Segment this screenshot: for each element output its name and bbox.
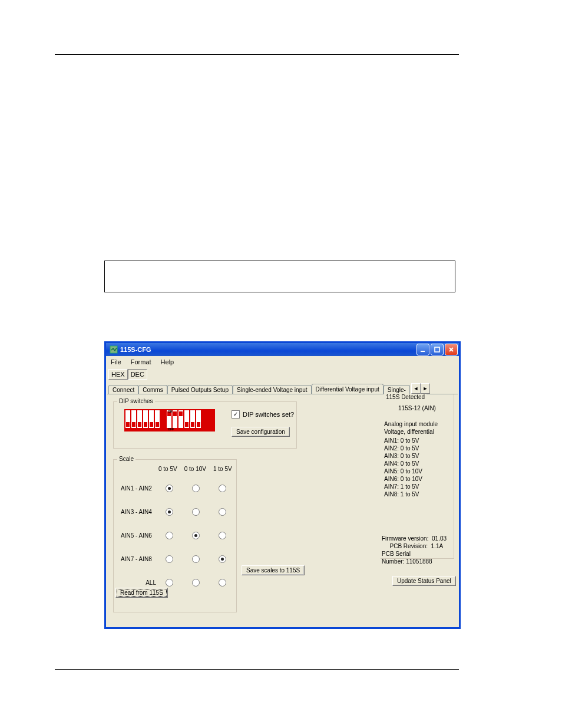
- dip-switches-set-checkbox[interactable]: ✓ DIP switches set?: [232, 410, 294, 419]
- svg-rect-2: [435, 347, 439, 352]
- dip-check-label: DIP switches set?: [243, 411, 294, 418]
- read-from-115s-button[interactable]: Read from 115S: [115, 588, 168, 598]
- dip-off-label: OFF: [168, 427, 174, 431]
- maximize-button[interactable]: [431, 344, 444, 355]
- app-icon: [110, 345, 118, 354]
- update-status-panel-button[interactable]: Update Status Panel: [392, 576, 456, 586]
- save-scales-button[interactable]: Save scales to 115S: [242, 565, 305, 575]
- scale-row-label: AIN5 - AIN6: [121, 532, 161, 539]
- menu-help[interactable]: Help: [158, 358, 177, 365]
- scale-radio[interactable]: [192, 579, 200, 587]
- minimize-button[interactable]: [416, 344, 429, 355]
- window-title: 115S-CFG: [120, 346, 151, 353]
- scale-radio[interactable]: [192, 555, 200, 563]
- tab-connect[interactable]: Connect: [108, 385, 138, 394]
- detected-legend: 115S Detected: [384, 394, 427, 400]
- tab-panel: DIP switches ON OFF ✓ DIP switches set? …: [107, 394, 458, 626]
- scale-col-0to5v: 0 to 5V: [158, 466, 177, 472]
- sn-value: 11051888: [406, 558, 432, 565]
- scale-radio[interactable]: [219, 555, 226, 563]
- scale-radio[interactable]: [166, 532, 173, 539]
- save-configuration-button[interactable]: Save configuration: [232, 427, 290, 437]
- scale-radio[interactable]: [219, 485, 226, 492]
- dip-on-label: ON: [168, 410, 173, 413]
- menu-format[interactable]: Format: [128, 358, 154, 365]
- fw-label: Firmware version:: [382, 535, 428, 542]
- tab-single-ended-voltage[interactable]: Single-ended Voltage input: [233, 385, 312, 394]
- ain-status-line: AIN3: 0 to 5V: [384, 452, 438, 460]
- scale-radio[interactable]: [192, 508, 200, 516]
- scale-row-label: AIN3 - AIN4: [121, 509, 161, 515]
- dip-switch[interactable]: [196, 410, 201, 428]
- dip-switch[interactable]: [178, 410, 183, 428]
- fw-value: 01.03: [432, 535, 447, 542]
- scale-radio[interactable]: [166, 555, 173, 563]
- ain-status-line: AIN6: 0 to 10V: [384, 475, 438, 483]
- svg-rect-1: [421, 351, 425, 352]
- close-button[interactable]: [445, 344, 458, 355]
- dip-switch[interactable]: [137, 410, 142, 428]
- scale-legend: Scale: [117, 456, 135, 462]
- dip-switch[interactable]: [190, 410, 195, 428]
- dip-switch[interactable]: [143, 410, 148, 428]
- ain-status-line: AIN5: 0 to 10V: [384, 467, 438, 475]
- tab-differential-voltage[interactable]: Differential Voltage input: [312, 384, 384, 394]
- dip-switch[interactable]: [125, 410, 130, 428]
- dip-switches-group: DIP switches ON OFF ✓ DIP switches set? …: [113, 401, 297, 449]
- tab-scroll-right[interactable]: ►: [421, 383, 430, 394]
- dip-switch[interactable]: [173, 410, 177, 428]
- dip-switch[interactable]: [149, 410, 154, 428]
- scale-radio[interactable]: [192, 485, 200, 492]
- scale-radio[interactable]: [166, 485, 173, 492]
- tab-pulsed-outputs[interactable]: Pulsed Outputs Setup: [167, 385, 233, 394]
- dip-legend: DIP switches: [117, 398, 155, 404]
- toolbar: HEX DEC: [106, 368, 459, 381]
- scale-radio[interactable]: [219, 532, 226, 539]
- pcb-value: 1.1A: [431, 543, 444, 549]
- scale-radio[interactable]: [166, 579, 173, 587]
- detected-desc1: Analog input module: [384, 420, 438, 428]
- menu-file[interactable]: File: [108, 358, 124, 365]
- detected-model: 115S-12 (AIN): [381, 405, 454, 411]
- scale-radio[interactable]: [219, 508, 226, 516]
- dip-switch[interactable]: [184, 410, 189, 428]
- scale-row-label: AIN7 - AIN8: [121, 556, 161, 562]
- scale-radio[interactable]: [166, 508, 173, 516]
- tab-comms[interactable]: Comms: [138, 385, 167, 394]
- hex-toggle[interactable]: HEX: [108, 369, 128, 380]
- scale-col-0to10v: 0 to 10V: [184, 466, 206, 472]
- menubar: File Format Help: [106, 356, 459, 368]
- ain-status-line: AIN8: 1 to 5V: [384, 490, 438, 498]
- detected-desc2: Voltage, differential: [384, 428, 438, 436]
- ain-status-line: AIN1: 0 to 5V: [384, 437, 438, 444]
- tab-single-cut[interactable]: Single-: [384, 385, 410, 394]
- pcb-label: PCB Revision:: [382, 542, 428, 550]
- app-window: 115S-CFG File Format Help HEX DEC Connec…: [104, 341, 461, 629]
- dip-switch[interactable]: [131, 410, 136, 428]
- ain-status-line: AIN2: 0 to 5V: [384, 444, 438, 452]
- dec-toggle[interactable]: DEC: [128, 369, 147, 380]
- titlebar[interactable]: 115S-CFG: [106, 343, 459, 356]
- ain-status-line: AIN4: 0 to 5V: [384, 460, 438, 467]
- ain-status-line: AIN7: 1 to 5V: [384, 483, 438, 490]
- tabstrip: Connect Comms Pulsed Outputs Setup Singl…: [106, 381, 459, 394]
- tab-scroll-left[interactable]: ◄: [411, 383, 421, 394]
- dip-switch[interactable]: [155, 410, 160, 428]
- scale-row-label: ALL: [121, 579, 161, 586]
- scale-col-1to5v: 1 to 5V: [213, 466, 232, 472]
- checkbox-icon: ✓: [232, 410, 240, 419]
- dip-switch-bank: ON OFF: [124, 409, 215, 431]
- scale-radio[interactable]: [192, 532, 200, 539]
- scale-row-label: AIN1 - AIN2: [121, 485, 161, 492]
- scale-radio[interactable]: [219, 579, 226, 587]
